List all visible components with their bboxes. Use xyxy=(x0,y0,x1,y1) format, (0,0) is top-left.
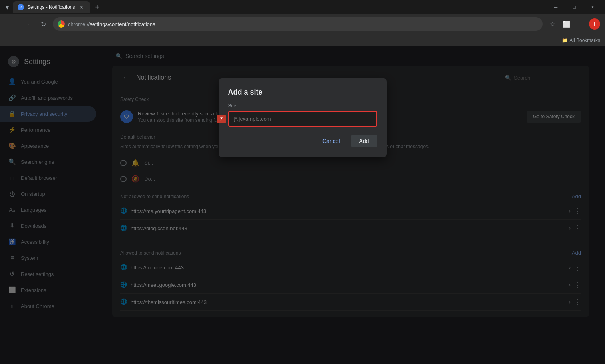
modal-title: Add a site xyxy=(228,88,377,97)
bookmarks-label[interactable]: All Bookmarks xyxy=(569,38,600,43)
tab-bar: ▾ ⚙ Settings - Notifications ✕ + ─ □ ✕ xyxy=(0,0,605,14)
new-tab-button[interactable]: + xyxy=(92,2,103,13)
bookmark-button[interactable]: ☆ xyxy=(546,18,559,30)
modal-add-button[interactable]: Add xyxy=(351,135,377,147)
minimize-button[interactable]: ─ xyxy=(547,0,565,14)
bookmarks-bar: 📁 All Bookmarks xyxy=(0,34,605,46)
window-controls: ─ □ ✕ xyxy=(547,0,602,14)
browser-chrome: ▾ ⚙ Settings - Notifications ✕ + ─ □ ✕ ←… xyxy=(0,0,605,46)
extension-button[interactable]: ⬜ xyxy=(560,18,573,30)
step-badge: 7 xyxy=(217,115,226,123)
back-button[interactable]: ← xyxy=(5,18,18,30)
profile-button[interactable]: I xyxy=(589,18,600,30)
site-input[interactable] xyxy=(228,111,377,127)
tab-title: Settings - Notifications xyxy=(27,4,75,10)
add-site-modal: Add a site Site 7 Cancel Add xyxy=(219,78,387,157)
maximize-button[interactable]: □ xyxy=(565,0,583,14)
forward-button[interactable]: → xyxy=(21,18,34,30)
toolbar-right: ☆ ⬜ ⋮ I xyxy=(546,18,600,30)
modal-actions: Cancel Add xyxy=(228,135,377,147)
close-button[interactable]: ✕ xyxy=(583,0,602,14)
modal-field-label: Site xyxy=(228,103,377,109)
address-bar[interactable]: chrome://settings/content/notifications xyxy=(53,17,543,31)
folder-icon: 📁 xyxy=(562,38,568,43)
address-text: chrome://settings/content/notifications xyxy=(68,21,538,27)
tab-list-button[interactable]: ▾ xyxy=(3,2,11,13)
modal-cancel-button[interactable]: Cancel xyxy=(314,135,348,147)
nav-bar: ← → ↻ chrome://settings/content/notifica… xyxy=(0,14,605,34)
tab-close-button[interactable]: ✕ xyxy=(78,4,85,11)
modal-input-wrap: 7 xyxy=(228,111,377,127)
url-protocol: chrome:// xyxy=(68,21,90,27)
url-path: settings/content/notifications xyxy=(90,21,155,27)
menu-button[interactable]: ⋮ xyxy=(575,18,587,30)
modal-overlay: Add a site Site 7 Cancel Add xyxy=(0,46,605,364)
chrome-logo-icon xyxy=(58,20,65,28)
reload-button[interactable]: ↻ xyxy=(37,18,50,30)
tab-favicon: ⚙ xyxy=(18,4,24,10)
active-tab[interactable]: ⚙ Settings - Notifications ✕ xyxy=(13,1,90,13)
